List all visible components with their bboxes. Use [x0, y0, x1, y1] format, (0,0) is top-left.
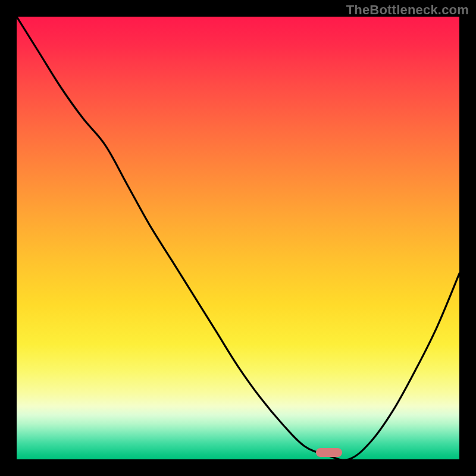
optimal-marker [316, 448, 342, 457]
bottleneck-curve [17, 17, 459, 459]
chart-frame: TheBottleneck.com [0, 0, 476, 476]
plot-area [17, 17, 459, 459]
watermark-label: TheBottleneck.com [346, 2, 469, 18]
